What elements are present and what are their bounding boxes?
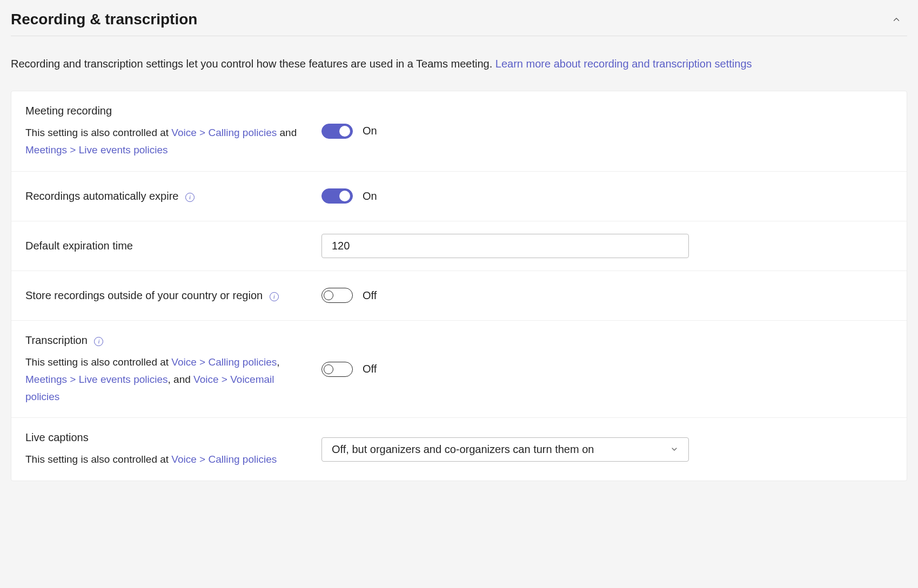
setting-label: Store recordings outside of your country… (25, 289, 263, 301)
meetings-live-events-link[interactable]: Meetings > Live events policies (25, 144, 168, 156)
setting-subtext: This setting is also controlled at Voice… (25, 451, 311, 468)
live-captions-dropdown[interactable]: Off, but organizers and co-organizers ca… (321, 437, 689, 462)
section-title: Recording & transcription (11, 11, 197, 28)
toggle-knob (339, 191, 350, 201)
setting-subtext: This setting is also controlled at Voice… (25, 354, 311, 406)
toggle-knob (339, 126, 350, 137)
setting-live-captions: Live captions This setting is also contr… (11, 418, 907, 480)
setting-label-col: Store recordings outside of your country… (25, 288, 321, 303)
section-header: Recording & transcription (11, 11, 907, 36)
voice-calling-policies-link[interactable]: Voice > Calling policies (171, 127, 277, 138)
setting-label: Transcription (25, 334, 88, 346)
dropdown-value: Off, but organizers and co-organizers ca… (332, 443, 594, 456)
setting-label-col: Default expiration time (25, 238, 321, 254)
setting-control-col: Off, but organizers and co-organizers ca… (321, 437, 893, 462)
setting-label: Recordings automatically expire (25, 190, 178, 202)
setting-control-col: Off (321, 288, 893, 303)
section-description: Recording and transcription settings let… (11, 56, 907, 72)
setting-label-col: Transcription i This setting is also con… (25, 333, 321, 406)
setting-auto-expire: Recordings automatically expire i On (11, 172, 907, 221)
setting-transcription: Transcription i This setting is also con… (11, 321, 907, 418)
subtext-sep2: , and (168, 374, 194, 385)
setting-label: Default expiration time (25, 240, 133, 252)
chevron-up-icon[interactable] (891, 14, 902, 25)
meetings-live-events-link[interactable]: Meetings > Live events policies (25, 374, 168, 385)
toggle-state-label: Off (363, 289, 377, 302)
setting-expiration-time: Default expiration time (11, 221, 907, 271)
setting-control-col (321, 234, 893, 258)
setting-control-col: On (321, 188, 893, 204)
info-icon[interactable]: i (185, 193, 195, 202)
settings-card: Meeting recording This setting is also c… (11, 91, 907, 481)
setting-meeting-recording: Meeting recording This setting is also c… (11, 91, 907, 172)
setting-control-col: On (321, 124, 893, 139)
setting-subtext: This setting is also controlled at Voice… (25, 124, 311, 159)
toggle-state-label: Off (363, 363, 377, 375)
setting-control-col: Off (321, 362, 893, 377)
toggle-knob (324, 364, 333, 374)
subtext-prefix: This setting is also controlled at (25, 454, 171, 465)
setting-label-col: Meeting recording This setting is also c… (25, 103, 321, 159)
voice-calling-policies-link[interactable]: Voice > Calling policies (171, 454, 277, 465)
setting-label-col: Live captions This setting is also contr… (25, 430, 321, 468)
subtext-sep1: , (277, 356, 279, 368)
expiration-time-input[interactable] (321, 234, 689, 258)
section-description-text: Recording and transcription settings let… (11, 58, 495, 70)
subtext-prefix: This setting is also controlled at (25, 356, 171, 368)
learn-more-link[interactable]: Learn more about recording and transcrip… (495, 58, 752, 70)
toggle-state-label: On (363, 190, 377, 202)
store-outside-toggle[interactable] (321, 288, 353, 303)
auto-expire-toggle[interactable] (321, 188, 353, 204)
toggle-state-label: On (363, 125, 377, 137)
setting-store-outside: Store recordings outside of your country… (11, 271, 907, 321)
toggle-knob (324, 290, 333, 300)
subtext-mid: and (277, 127, 297, 138)
setting-label: Live captions (25, 431, 89, 443)
info-icon[interactable]: i (270, 292, 279, 301)
voice-calling-policies-link[interactable]: Voice > Calling policies (171, 356, 277, 368)
chevron-down-icon (670, 445, 679, 454)
setting-label: Meeting recording (25, 105, 112, 117)
subtext-prefix: This setting is also controlled at (25, 127, 171, 138)
transcription-toggle[interactable] (321, 362, 353, 377)
setting-label-col: Recordings automatically expire i (25, 188, 321, 204)
info-icon[interactable]: i (94, 337, 103, 346)
meeting-recording-toggle[interactable] (321, 124, 353, 139)
